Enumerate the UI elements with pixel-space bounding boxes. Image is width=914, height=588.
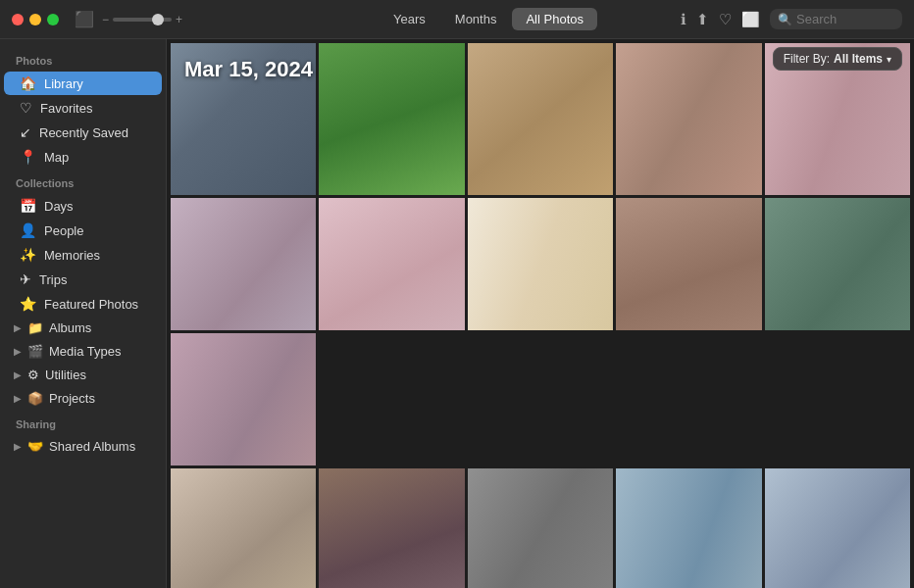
minimize-button[interactable] bbox=[29, 14, 41, 25]
sidebar-item-recently-saved-label: Recently Saved bbox=[39, 125, 128, 140]
photo-cell[interactable] bbox=[468, 43, 613, 195]
sidebar-item-library[interactable]: 🏠 Library bbox=[4, 72, 162, 95]
photo-cell[interactable] bbox=[319, 198, 464, 330]
people-icon: 👤 bbox=[20, 222, 36, 238]
search-input[interactable] bbox=[796, 12, 894, 26]
shared-albums-icon: 🤝 bbox=[27, 439, 43, 454]
sidebar-item-projects-label: Projects bbox=[49, 391, 95, 406]
toolbar-right: ℹ ⬆ ♡ ⬜ 🔍 bbox=[605, 9, 902, 29]
trips-icon: ✈ bbox=[20, 271, 31, 287]
sidebar-item-trips[interactable]: ✈ Trips bbox=[4, 268, 162, 291]
section-photos-label: Photos bbox=[0, 47, 166, 71]
section-sharing-label: Sharing bbox=[0, 411, 166, 434]
crop-icon[interactable]: ⬜ bbox=[741, 11, 760, 28]
shared-albums-arrow-icon: ▶ bbox=[14, 441, 22, 452]
filter-value: All Items bbox=[834, 52, 883, 66]
media-types-icon: 🎬 bbox=[27, 344, 43, 359]
section-collections-label: Collections bbox=[0, 170, 166, 193]
titlebar: ⬛ − + Years Months All Photos ℹ ⬆ ♡ ⬜ 🔍 bbox=[0, 0, 914, 39]
sidebar-toggle-icon[interactable]: ⬛ bbox=[75, 10, 94, 28]
filter-label: Filter By: bbox=[784, 52, 830, 66]
zoom-control: − + bbox=[102, 13, 182, 26]
utilities-arrow-icon: ▶ bbox=[14, 369, 22, 380]
projects-icon: 📦 bbox=[27, 391, 43, 406]
close-button[interactable] bbox=[12, 14, 24, 25]
sidebar-item-featured-photos-label: Featured Photos bbox=[44, 297, 138, 312]
photo-cell[interactable] bbox=[468, 198, 613, 330]
toolbar-left: ⬛ − + bbox=[75, 10, 372, 28]
sidebar-item-days[interactable]: 📅 Days bbox=[4, 194, 162, 218]
sidebar-item-media-types[interactable]: ▶ 🎬 Media Types bbox=[4, 340, 162, 363]
sidebar-item-days-label: Days bbox=[44, 199, 74, 214]
date-label: Mar 15, 2024 bbox=[184, 57, 313, 82]
photo-cell[interactable] bbox=[765, 198, 910, 330]
sidebar-item-media-types-label: Media Types bbox=[49, 344, 121, 359]
sidebar-item-people[interactable]: 👤 People bbox=[4, 219, 162, 242]
sidebar-item-trips-label: Trips bbox=[39, 272, 67, 287]
photo-cell[interactable] bbox=[765, 468, 910, 588]
content-area: Filter By: All Items ▾ Mar 15, 2024 bbox=[167, 39, 914, 588]
photo-cell[interactable] bbox=[616, 198, 761, 330]
filter-bar: Filter By: All Items ▾ bbox=[773, 47, 902, 71]
library-icon: 🏠 bbox=[20, 75, 36, 91]
albums-icon: 📁 bbox=[27, 320, 43, 335]
traffic-lights bbox=[12, 14, 59, 25]
sidebar-item-featured-photos[interactable]: ⭐ Featured Photos bbox=[4, 292, 162, 316]
sidebar-item-map-label: Map bbox=[44, 150, 69, 165]
heart-icon[interactable]: ♡ bbox=[719, 11, 732, 28]
featured-photos-icon: ⭐ bbox=[20, 296, 36, 312]
sidebar-item-people-label: People bbox=[44, 223, 83, 238]
photo-cell[interactable] bbox=[171, 333, 316, 466]
photo-cell[interactable] bbox=[616, 468, 761, 588]
albums-arrow-icon: ▶ bbox=[14, 322, 22, 333]
info-icon[interactable]: ℹ bbox=[681, 11, 686, 28]
tab-years[interactable]: Years bbox=[380, 8, 439, 30]
media-types-arrow-icon: ▶ bbox=[14, 346, 22, 357]
photo-cell[interactable] bbox=[171, 468, 316, 588]
sidebar-item-projects[interactable]: ▶ 📦 Projects bbox=[4, 387, 162, 410]
photo-cell[interactable] bbox=[319, 468, 464, 588]
sidebar-item-memories-label: Memories bbox=[44, 248, 100, 263]
zoom-in-icon[interactable]: + bbox=[176, 13, 182, 26]
tab-months[interactable]: Months bbox=[441, 8, 511, 30]
utilities-icon: ⚙ bbox=[27, 368, 39, 382]
recently-saved-icon: ↙ bbox=[20, 124, 31, 140]
sidebar-item-shared-albums-label: Shared Albums bbox=[49, 439, 135, 454]
toolbar-center: Years Months All Photos bbox=[380, 8, 597, 30]
sidebar-item-utilities[interactable]: ▶ ⚙ Utilities bbox=[4, 364, 162, 386]
favorites-icon: ♡ bbox=[20, 100, 32, 116]
sidebar-item-utilities-label: Utilities bbox=[45, 368, 86, 382]
sidebar-item-memories[interactable]: ✨ Memories bbox=[4, 243, 162, 267]
photo-grid: Mar 15, 2024 bbox=[167, 39, 914, 588]
sidebar-item-recently-saved[interactable]: ↙ Recently Saved bbox=[4, 121, 162, 144]
photo-cell[interactable] bbox=[616, 43, 761, 195]
photo-cell[interactable] bbox=[468, 468, 613, 588]
zoom-out-icon[interactable]: − bbox=[102, 13, 109, 26]
projects-arrow-icon: ▶ bbox=[14, 393, 22, 404]
sidebar-item-map[interactable]: 📍 Map bbox=[4, 145, 162, 169]
share-icon[interactable]: ⬆ bbox=[696, 11, 709, 28]
sidebar-item-shared-albums[interactable]: ▶ 🤝 Shared Albums bbox=[4, 435, 162, 458]
memories-icon: ✨ bbox=[20, 247, 36, 263]
sidebar-item-albums-label: Albums bbox=[49, 320, 91, 335]
sidebar: Photos 🏠 Library ♡ Favorites ↙ Recently … bbox=[0, 39, 167, 588]
map-icon: 📍 bbox=[20, 149, 36, 165]
sidebar-item-favorites[interactable]: ♡ Favorites bbox=[4, 96, 162, 120]
sidebar-item-library-label: Library bbox=[44, 76, 83, 91]
search-box: 🔍 bbox=[770, 9, 902, 29]
sidebar-item-favorites-label: Favorites bbox=[40, 101, 92, 116]
photo-cell[interactable] bbox=[319, 43, 464, 195]
days-icon: 📅 bbox=[20, 198, 36, 214]
main-container: Photos 🏠 Library ♡ Favorites ↙ Recently … bbox=[0, 39, 914, 588]
search-icon: 🔍 bbox=[778, 13, 792, 26]
tab-all-photos[interactable]: All Photos bbox=[512, 8, 597, 30]
sidebar-item-albums[interactable]: ▶ 📁 Albums bbox=[4, 317, 162, 339]
photo-cell[interactable] bbox=[171, 198, 316, 330]
maximize-button[interactable] bbox=[47, 14, 59, 25]
zoom-slider[interactable] bbox=[113, 18, 172, 22]
filter-chevron-icon: ▾ bbox=[887, 54, 891, 65]
filter-button[interactable]: Filter By: All Items ▾ bbox=[773, 47, 902, 71]
